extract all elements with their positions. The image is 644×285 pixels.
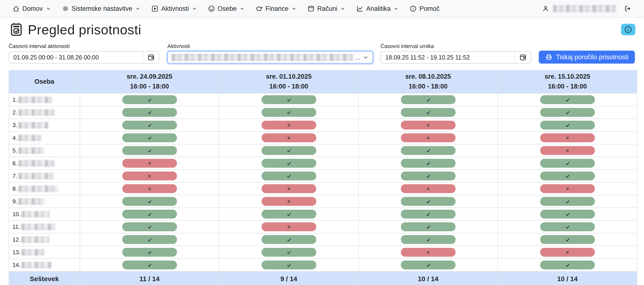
activity-interval-calendar-button[interactable] — [143, 52, 159, 63]
column-date: sre. 01.10.2025 — [220, 73, 358, 80]
schedule-interval-calendar-button[interactable] — [515, 52, 530, 63]
schedule-interval-input[interactable]: 18.09.25 11:52 - 19.10.25 11:52 — [380, 51, 531, 64]
print-attendance-report-button[interactable]: Tiskaj poročilo prisotnosti — [539, 51, 635, 64]
person-name-redacted — [18, 122, 48, 128]
page-info-button[interactable] — [621, 24, 635, 35]
schedule-interval-label: Časovni interval urnika — [380, 43, 531, 50]
nav-item-label: Računi — [317, 5, 337, 13]
chevron-down-icon — [292, 6, 296, 11]
attendance-cell — [498, 208, 637, 220]
nav-item-osebe[interactable]: Osebe — [208, 5, 245, 13]
column-date: sre. 15.10.2025 — [498, 73, 637, 80]
attendance-cell — [358, 220, 498, 233]
attendance-pill-present — [122, 197, 177, 206]
attendance-pill-present — [122, 133, 177, 142]
attendance-cell — [498, 246, 637, 259]
attendance-pill-absent — [540, 146, 595, 155]
person-number: 9. — [12, 198, 17, 205]
person-number: 5. — [12, 147, 17, 154]
nav-item-ra-uni[interactable]: Računi — [307, 5, 345, 13]
check-icon — [147, 211, 152, 217]
attendance-cell — [80, 208, 219, 220]
chevron-down-icon — [136, 6, 140, 11]
check-icon — [147, 237, 152, 242]
person-number: 13. — [12, 249, 20, 256]
attendance-pill-present — [122, 108, 177, 117]
title-row: Pregled prisotnosti — [9, 22, 635, 38]
attendance-pill-absent — [122, 159, 177, 168]
attendance-cell — [358, 208, 498, 220]
check-icon — [286, 160, 292, 166]
attendance-cell — [219, 170, 358, 182]
column-date: sre. 08.10.2025 — [359, 73, 498, 80]
attendance-cell — [80, 182, 219, 195]
attendance-pill-present — [262, 108, 316, 117]
nav-item-domov[interactable]: Domov — [12, 5, 51, 13]
attendance-cell — [358, 119, 498, 131]
column-time: 16:00 - 18:00 — [359, 83, 498, 90]
column-time: 16:00 - 18:00 — [220, 83, 358, 90]
person-number: 14. — [12, 262, 20, 268]
chevron-down-icon — [362, 54, 369, 61]
attendance-cell — [80, 119, 219, 131]
attendance-cell — [80, 144, 219, 157]
nav-item-analitika[interactable]: Analitika — [356, 5, 398, 13]
date-column-header: sre. 24.09.202516:00 - 18:00 — [80, 70, 219, 93]
attendance-pill-present — [540, 222, 595, 231]
page-title: Pregled prisotnosti — [28, 22, 141, 38]
nav-item-aktivnosti[interactable]: Aktivnosti — [151, 5, 197, 13]
schedule-interval-value: 18.09.25 11:52 - 19.10.25 11:52 — [385, 54, 515, 61]
nav-item-label: Analitika — [366, 5, 390, 13]
smiley-icon — [208, 5, 215, 12]
attendance-pill-present — [540, 159, 595, 168]
attendance-pill-absent — [401, 248, 456, 257]
attendance-cell — [498, 182, 637, 195]
check-icon — [147, 135, 152, 141]
person-name-redacted — [22, 236, 49, 243]
attendance-cell — [358, 157, 498, 170]
attendance-pill-present — [401, 210, 456, 218]
person-name-redacted — [18, 148, 45, 154]
piggy-bank-icon — [256, 5, 263, 12]
activity-interval-input[interactable]: 01.09.25 00:00 - 31.08.26 00:00 — [9, 51, 159, 64]
cross-icon — [565, 186, 570, 191]
attendance-cell — [358, 170, 498, 182]
attendance-cell — [219, 119, 358, 131]
nav-item-sistemske-nastavitve[interactable]: Sistemske nastavitve — [62, 5, 140, 13]
attendance-cell — [219, 182, 358, 195]
table-row: 14. — [9, 259, 637, 271]
person-number: 3. — [12, 122, 17, 129]
attendance-pill-present — [262, 248, 316, 257]
attendance-cell — [498, 195, 637, 208]
activities-select[interactable]: ... — [167, 51, 373, 64]
attendance-pill-absent — [262, 184, 316, 193]
person-cell: 6. — [9, 157, 80, 170]
logout-icon[interactable] — [624, 5, 632, 13]
table-row: 10. — [9, 208, 637, 220]
chevron-down-icon — [340, 6, 345, 11]
check-icon — [565, 173, 570, 179]
attendance-cell — [80, 131, 219, 144]
attendance-pill-present — [540, 95, 595, 104]
check-icon — [425, 148, 431, 154]
date-column-header: sre. 15.10.202516:00 - 18:00 — [498, 70, 637, 93]
chevron-down-icon — [192, 6, 197, 11]
activities-value-redacted — [172, 54, 354, 61]
attendance-cell — [80, 246, 219, 259]
nav-item-pomo-[interactable]: Pomoč — [410, 5, 440, 13]
attendance-pill-present — [401, 108, 456, 117]
attendance-pill-present — [122, 235, 177, 244]
attendance-cell — [358, 195, 498, 208]
date-column-header: sre. 01.10.202516:00 - 18:00 — [219, 70, 358, 93]
attendance-cell — [80, 170, 219, 182]
attendance-cell — [498, 170, 637, 182]
attendance-cell — [498, 93, 637, 106]
attendance-cell — [80, 93, 219, 106]
attendance-cell — [219, 246, 358, 259]
calendar-icon — [519, 54, 527, 61]
date-column-header: sre. 08.10.202516:00 - 18:00 — [358, 70, 498, 93]
user-name-redacted[interactable] — [553, 5, 617, 12]
nav-item-finance[interactable]: Finance — [256, 5, 296, 13]
attendance-pill-present — [540, 210, 595, 218]
check-icon — [147, 224, 152, 230]
